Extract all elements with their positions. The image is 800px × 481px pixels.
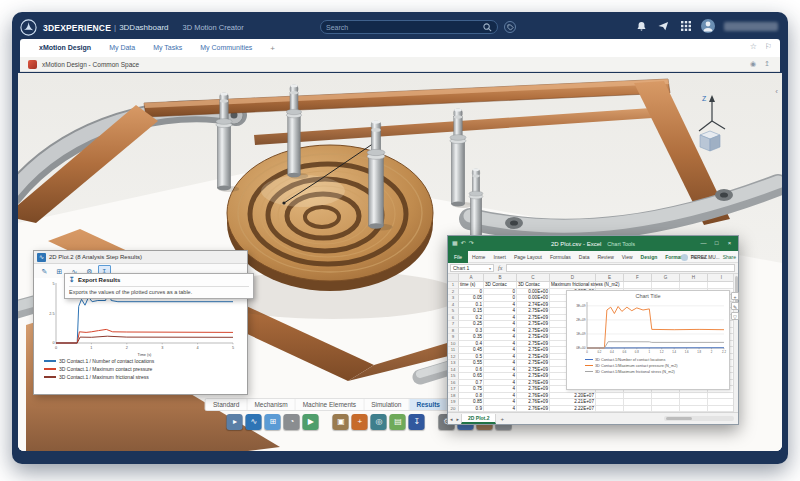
excel-title-bar[interactable]: ▦↶↷ 2D Plot.csv - ExcelChart Tools — □ × bbox=[448, 236, 738, 251]
ribbon-tab-data[interactable]: Data bbox=[575, 251, 594, 263]
apps-grid-icon[interactable] bbox=[679, 20, 692, 33]
report-tool-icon[interactable]: ▤ bbox=[390, 414, 406, 430]
svg-text:2: 2 bbox=[126, 346, 128, 350]
legend-entry: 3D Contact.1/Maximum frictional stress (… bbox=[585, 369, 729, 374]
platform-tab-bar-tabs: xMotion DesignMy DataMy TasksMy Communit… bbox=[30, 42, 284, 55]
3d-viewport[interactable]: Z ‹ StandardMechanismMachine ElementsSim… bbox=[18, 73, 782, 451]
column-header-F[interactable]: F bbox=[624, 274, 652, 282]
platform-name[interactable]: 3DDashboard bbox=[119, 23, 168, 32]
screen: 3DEXPERIENCE | 3DDashboard 3D Motion Cre… bbox=[0, 0, 800, 481]
maximize-button[interactable]: □ bbox=[710, 236, 723, 251]
plot-panel-title-bar[interactable]: ∿ 2D Plot.2 (8 Analysis Step Results) bbox=[34, 251, 247, 264]
ribbon-tab-insert[interactable]: Insert bbox=[489, 251, 510, 263]
add-sheet-button[interactable]: + bbox=[496, 416, 508, 422]
share-icon[interactable] bbox=[657, 20, 670, 33]
column-header-A[interactable]: A bbox=[459, 274, 484, 282]
save-icon[interactable]: ▦ bbox=[452, 236, 458, 251]
horizontal-scrollbar[interactable] bbox=[664, 416, 734, 421]
scroll-plate-part[interactable] bbox=[227, 145, 433, 291]
section-tab-results[interactable]: Results bbox=[409, 399, 447, 410]
ribbon-tab-design[interactable]: Design bbox=[637, 251, 662, 263]
view-cube[interactable] bbox=[700, 131, 720, 151]
favorites-star-icon[interactable]: ☆ bbox=[750, 42, 757, 51]
plot-panel-title: 2D Plot.2 (8 Analysis Step Results) bbox=[49, 254, 142, 260]
search-tag-icon[interactable] bbox=[504, 21, 516, 33]
share-up-icon[interactable]: ↥ bbox=[764, 60, 770, 68]
redo-icon[interactable]: ↷ bbox=[469, 236, 474, 251]
excel-window[interactable]: ▦↶↷ 2D Plot.csv - ExcelChart Tools — □ ×… bbox=[447, 235, 739, 425]
svg-text:0: 0 bbox=[52, 341, 54, 345]
embedded-chart[interactable]: Chart Title 3E+092E+091E+090E+0000.20.40… bbox=[566, 290, 730, 390]
context-bar-icons: ◉ ↥ bbox=[750, 60, 770, 68]
sheet-tab[interactable]: 2D Plot.2 bbox=[461, 414, 496, 424]
excel-chart-title[interactable]: Chart Title bbox=[567, 291, 729, 301]
hscroll-thumb[interactable] bbox=[666, 417, 692, 420]
section-tab-simulation[interactable]: Simulation bbox=[364, 399, 409, 410]
svg-text:Time (s): Time (s) bbox=[138, 353, 153, 357]
ribbon-tab-page-layout[interactable]: Page Layout bbox=[510, 251, 546, 263]
formula-input[interactable] bbox=[506, 264, 735, 272]
close-button[interactable]: × bbox=[723, 236, 736, 251]
export-tool-icon[interactable]: ↧ bbox=[409, 414, 425, 430]
snapshot-tool-icon[interactable]: ▣ bbox=[333, 414, 349, 430]
share-button[interactable]: Share bbox=[723, 254, 736, 260]
legend-marker bbox=[44, 376, 56, 378]
legend-label: 3D Contact.1/Maximum contact pressure (N… bbox=[595, 364, 678, 368]
section-tab-machine-elements[interactable]: Machine Elements bbox=[296, 399, 364, 410]
notifications-flag-icon[interactable]: ⚐ bbox=[765, 42, 772, 51]
column-header-I[interactable]: I bbox=[708, 274, 733, 282]
ribbon-tab-view[interactable]: View bbox=[618, 251, 637, 263]
sensor-tool-icon[interactable]: + bbox=[352, 414, 368, 430]
column-header-G[interactable]: G bbox=[652, 274, 680, 282]
svg-text:Z: Z bbox=[702, 95, 707, 102]
select-tool-icon[interactable]: ▸ bbox=[227, 414, 243, 430]
name-box-dropdown-icon[interactable]: ▾ bbox=[489, 266, 491, 271]
column-header-B[interactable]: B bbox=[484, 274, 517, 282]
ribbon-tab-home[interactable]: Home bbox=[468, 251, 489, 263]
undo-icon[interactable]: ↶ bbox=[461, 236, 466, 251]
name-box[interactable]: Chart 1 ▾ bbox=[450, 264, 494, 272]
tooltip-title: Export Results bbox=[78, 277, 120, 283]
column-header-E[interactable]: E bbox=[596, 274, 624, 282]
tab-my-data[interactable]: My Data bbox=[100, 42, 144, 55]
chart-add-element-button[interactable]: + bbox=[731, 292, 739, 300]
3dexperience-compass-logo[interactable] bbox=[20, 19, 37, 36]
section-tab-standard[interactable]: Standard bbox=[206, 399, 247, 410]
avatar[interactable] bbox=[701, 19, 715, 33]
user-name-redacted[interactable] bbox=[724, 22, 778, 31]
ribbon-tab-formulas[interactable]: Formulas bbox=[546, 251, 575, 263]
tab-my-communities[interactable]: My Communities bbox=[191, 42, 261, 55]
new-tab-button[interactable]: + bbox=[261, 42, 284, 55]
minimize-button[interactable]: — bbox=[697, 236, 710, 251]
gauge-tool-icon[interactable]: ◔ bbox=[284, 414, 300, 430]
plot-panel[interactable]: ∿ 2D Plot.2 (8 Analysis Step Results) ✎⊞… bbox=[33, 250, 248, 395]
excel-user-avatar[interactable] bbox=[681, 254, 688, 261]
collapse-panel-chevron-icon[interactable]: ‹ bbox=[775, 87, 778, 96]
search-input[interactable] bbox=[326, 24, 483, 31]
excel-user-name: PEREZ MU... bbox=[691, 255, 720, 260]
search-box[interactable] bbox=[320, 20, 498, 34]
window-buttons: — □ × bbox=[697, 236, 736, 251]
table-tool-icon[interactable]: ⊞ bbox=[265, 414, 281, 430]
chart-filter-button[interactable]: ▽ bbox=[731, 312, 739, 320]
column-header-D[interactable]: D bbox=[550, 274, 596, 282]
notification-bell-icon[interactable] bbox=[635, 20, 648, 33]
plot-tool-icon[interactable]: ∿ bbox=[246, 414, 262, 430]
members-icon[interactable]: ◉ bbox=[750, 60, 756, 68]
probe-tool-icon[interactable]: ◎ bbox=[371, 414, 387, 430]
column-header-H[interactable]: H bbox=[680, 274, 708, 282]
section-tab-mechanism[interactable]: Mechanism bbox=[247, 399, 295, 410]
edit-plot-icon[interactable]: ✎ bbox=[38, 265, 51, 277]
ribbon-tab-file[interactable]: File bbox=[448, 251, 468, 263]
column-header-C[interactable]: C bbox=[517, 274, 550, 282]
ribbon-tab-review[interactable]: Review bbox=[593, 251, 617, 263]
tab-xmotion-design[interactable]: xMotion Design bbox=[30, 42, 100, 55]
search-icon[interactable] bbox=[483, 23, 492, 32]
play-animation-icon[interactable]: ▶ bbox=[303, 414, 319, 430]
tab-my-tasks[interactable]: My Tasks bbox=[144, 42, 191, 55]
select-all-corner[interactable] bbox=[448, 274, 459, 282]
chart-style-button[interactable]: ✎ bbox=[731, 302, 739, 310]
legend-marker bbox=[585, 365, 593, 367]
svg-text:1.4: 1.4 bbox=[672, 350, 676, 354]
cell-D1[interactable]: Maximum frictional stress (N_m2) bbox=[550, 282, 596, 289]
